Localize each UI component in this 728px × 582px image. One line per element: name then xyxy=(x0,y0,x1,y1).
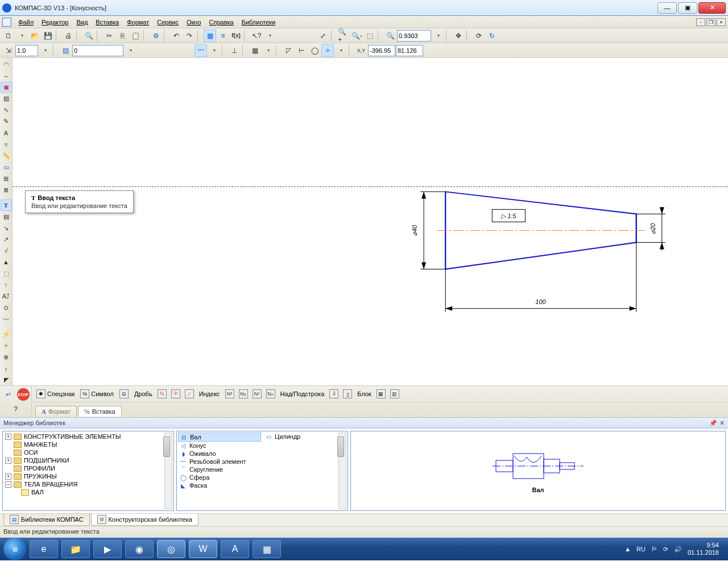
vtool-leader1[interactable]: ↘ xyxy=(1,223,12,234)
menu-editor[interactable]: Редактор xyxy=(38,18,72,27)
vtool-weld[interactable]: ◤ xyxy=(1,375,12,385)
pan-button[interactable]: ✥ xyxy=(452,30,465,42)
index-button[interactable]: Индекс xyxy=(197,389,222,398)
undo-button[interactable]: ↶ xyxy=(170,30,183,42)
document-icon[interactable] xyxy=(2,18,11,27)
task-ie[interactable]: e xyxy=(30,540,58,558)
ss2-button[interactable]: x̲ xyxy=(341,388,354,400)
vtool-report[interactable]: ≣ xyxy=(1,185,12,196)
snap-param-button[interactable]: ⇲ xyxy=(2,44,15,57)
snap-mid-button[interactable]: ⊢ xyxy=(295,44,308,57)
task-pdf[interactable]: A xyxy=(221,540,249,558)
library-tree[interactable]: +КОНСТРУКТИВНЫЕ ЭЛЕМЕНТЫ МАНЖЕТЫ ОСИ +ПО… xyxy=(2,431,174,511)
tray-lang[interactable]: RU xyxy=(636,546,646,552)
ss1-button[interactable]: x̄ xyxy=(328,388,340,400)
zoom-out-button[interactable]: 🔍- xyxy=(350,30,363,42)
task-kompas[interactable]: ◎ xyxy=(157,540,185,558)
task-media[interactable]: ▶ xyxy=(93,540,122,558)
variables-button[interactable]: ≡ xyxy=(217,30,229,42)
tray-clock[interactable]: 9:54 01.11.2018 xyxy=(688,542,719,556)
task-explorer[interactable]: 📁 xyxy=(61,540,90,558)
snap-dropdown[interactable] xyxy=(334,44,347,57)
layer-button[interactable]: ▤ xyxy=(59,44,72,57)
vtool-dim[interactable]: ↔ xyxy=(1,70,12,81)
collapse-icon[interactable]: – xyxy=(5,481,11,488)
close-button[interactable]: ✕ xyxy=(698,2,726,14)
vtool-text-A[interactable]: A xyxy=(1,127,12,138)
task-word[interactable]: W xyxy=(189,540,217,558)
redo-button[interactable]: ↷ xyxy=(183,30,196,42)
properties-button[interactable]: ⚙ xyxy=(150,30,162,42)
block-button[interactable]: Блок xyxy=(355,389,374,398)
mdi-close-button[interactable]: × xyxy=(717,18,726,26)
zoom-in-button[interactable]: 🔍+ xyxy=(337,30,350,42)
idx4-button[interactable]: Nₙ xyxy=(264,388,277,400)
libmgr-close-button[interactable]: ✕ xyxy=(719,419,725,427)
vtool-spec[interactable]: ⊞ xyxy=(1,173,12,184)
supersub-button[interactable]: Над/Подстрока xyxy=(278,389,327,398)
menu-service[interactable]: Сервис xyxy=(154,18,182,27)
menu-insert[interactable]: Вставка xyxy=(92,18,122,27)
copy-button[interactable]: ⎘ xyxy=(116,30,129,42)
list-scrollbar[interactable] xyxy=(338,433,346,509)
coord-y-input[interactable] xyxy=(396,45,423,56)
print-button[interactable]: 🖨 xyxy=(62,30,75,42)
layer-input[interactable] xyxy=(72,45,123,56)
vtool-arrow[interactable]: ↑ xyxy=(1,280,12,290)
expand-icon[interactable]: + xyxy=(5,458,11,464)
zoom-window-button[interactable]: ⬚ xyxy=(363,30,376,42)
list-item-ogive[interactable]: ◗Оживало xyxy=(178,450,261,458)
frac1-button[interactable]: ½ xyxy=(156,388,168,400)
vtool-base[interactable]: ▲ xyxy=(1,257,12,268)
tree-scrollbar[interactable] xyxy=(164,433,172,509)
vtool-select[interactable]: ▭ xyxy=(1,162,12,173)
help-pointer-button[interactable]: ↖? xyxy=(250,30,263,42)
frac2-button[interactable]: ⅟ xyxy=(169,388,182,400)
vtool-table[interactable]: ▤ xyxy=(1,211,12,222)
snap-end-button[interactable]: ◸ xyxy=(282,44,295,57)
zoom-fit-button[interactable]: ⤢ xyxy=(317,30,329,42)
tree-item-profiles[interactable]: ПРОФИЛИ xyxy=(24,465,55,472)
vtool-center1[interactable]: ⚡ xyxy=(1,329,12,340)
library-list[interactable]: ⊟Вал ◁Конус ◗Оживало 〰Резьбовой элемент … xyxy=(176,431,348,511)
zoom-dropdown[interactable] xyxy=(432,30,444,42)
snap-node-button[interactable]: ✧ xyxy=(321,44,334,57)
tree-item-shaft[interactable]: ВАЛ xyxy=(31,489,44,496)
vtool-section[interactable]: A⤴ xyxy=(1,291,12,302)
tray-volume-icon[interactable]: 🔊 xyxy=(674,546,682,553)
vtool-hatch[interactable]: ▨ xyxy=(1,93,12,104)
coord-x-input[interactable] xyxy=(368,45,395,56)
pin-button[interactable]: 📌 xyxy=(709,419,717,427)
snap-center-button[interactable]: ◯ xyxy=(308,44,321,57)
mdi-restore-button[interactable]: ❐ xyxy=(706,18,715,26)
libtab-construct[interactable]: ⚙Конструкторская библиотека xyxy=(91,514,198,526)
vtool-center2[interactable]: ✦ xyxy=(1,340,12,351)
save-button[interactable]: 💾 xyxy=(42,30,54,42)
menu-view[interactable]: Вид xyxy=(73,18,91,27)
open-button[interactable]: 📂 xyxy=(28,30,41,42)
maximize-button[interactable]: ▣ xyxy=(678,2,697,14)
scale-input[interactable] xyxy=(15,45,38,56)
tab-insert[interactable]: ℅Вставка xyxy=(78,406,122,417)
list-item-cone[interactable]: ◁Конус xyxy=(178,442,261,450)
tray-flag-icon[interactable]: 🏳 xyxy=(651,546,657,552)
scale-dropdown[interactable] xyxy=(39,44,51,57)
mdi-minimize-button[interactable]: - xyxy=(696,18,705,26)
ok-button[interactable]: ↵ xyxy=(2,388,15,401)
task-chrome[interactable]: ◉ xyxy=(125,540,154,558)
blk1-button[interactable]: ▦ xyxy=(375,388,387,400)
tree-item-construct[interactable]: КОНСТРУКТИВНЫЕ ЭЛЕМЕНТЫ xyxy=(24,433,121,440)
omega-button[interactable]: Ω xyxy=(117,388,131,400)
menu-libraries[interactable]: Библиотеки xyxy=(238,18,279,27)
tree-item-revolution[interactable]: ТЕЛА ВРАЩЕНИЯ xyxy=(24,481,77,488)
tree-item-bearings[interactable]: ПОДШИПНИКИ xyxy=(24,457,69,464)
stop-button[interactable]: STOP xyxy=(17,388,30,401)
help-button[interactable]: ? xyxy=(10,403,22,415)
vtool-measure[interactable]: 📏 xyxy=(1,151,12,161)
list-item-fillet[interactable]: ⌒Скругление xyxy=(178,465,261,473)
library-manager-button[interactable]: ▦ xyxy=(204,30,216,42)
blk2-button[interactable]: ▥ xyxy=(388,388,401,400)
idx1-button[interactable]: N² xyxy=(224,388,236,400)
tab-format[interactable]: AФормат xyxy=(35,406,77,417)
expand-icon[interactable]: + xyxy=(5,473,11,480)
